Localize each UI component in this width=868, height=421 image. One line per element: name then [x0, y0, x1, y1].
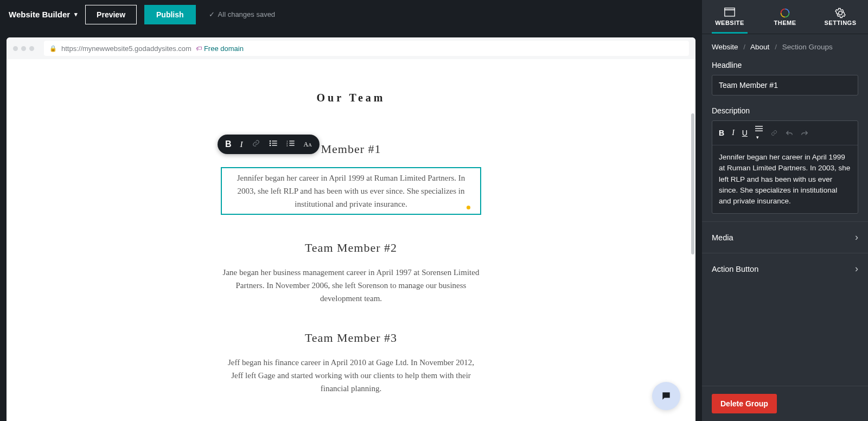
description-rte: B I U ▾ Jennifer began her career in Apr…: [712, 120, 858, 214]
rte-bold-button[interactable]: B: [719, 129, 724, 137]
svg-point-6: [269, 141, 271, 142]
tab-theme[interactable]: THEME: [757, 0, 813, 34]
section-heading[interactable]: Our Team: [28, 92, 674, 104]
svg-rect-19: [755, 128, 763, 129]
svg-text:3: 3: [286, 144, 288, 147]
url-field[interactable]: 🔒 https://mynewwebsite5.godaddysites.com…: [44, 41, 689, 56]
svg-rect-1: [725, 10, 735, 16]
lock-icon: 🔒: [49, 45, 57, 52]
member-title[interactable]: Team Member #3: [221, 331, 481, 345]
rte-link-button[interactable]: [770, 130, 778, 136]
crumb-website[interactable]: Website: [712, 43, 738, 51]
chevron-down-icon: ▾: [74, 11, 78, 18]
delete-group-button[interactable]: Delete Group: [712, 394, 777, 413]
preview-browser: 🔒 https://mynewwebsite5.godaddysites.com…: [7, 37, 695, 421]
side-tabs: WEBSITE THEME SETTINGS: [702, 0, 868, 34]
action-button-label: Action Button: [712, 265, 758, 273]
crumb-about[interactable]: About: [750, 43, 769, 51]
panel-footer: Delete Group: [702, 386, 868, 421]
dot-icon: [21, 46, 26, 51]
editor-main: 🔒 https://mynewwebsite5.godaddysites.com…: [0, 29, 702, 421]
breadcrumb-sep: /: [775, 43, 777, 51]
tab-settings[interactable]: SETTINGS: [813, 0, 868, 34]
scrollbar[interactable]: [691, 113, 694, 254]
website-tab-icon: [724, 8, 735, 16]
svg-point-8: [269, 143, 271, 144]
breadcrumb-sep: /: [743, 43, 745, 51]
chat-fab[interactable]: [652, 382, 680, 410]
description-textarea[interactable]: Jennifer began her career in April 1999 …: [712, 145, 858, 213]
breadcrumb: Website / About / Section Groups: [702, 34, 868, 58]
svg-rect-17: [289, 145, 294, 145]
svg-rect-20: [755, 131, 763, 131]
tab-website-label: WEBSITE: [715, 20, 744, 26]
rte-underline-button[interactable]: U: [742, 129, 748, 137]
bold-button[interactable]: B: [225, 139, 232, 149]
chevron-right-icon: ›: [855, 263, 858, 275]
dot-icon: [13, 46, 18, 51]
browser-chrome: 🔒 https://mynewwebsite5.godaddysites.com…: [7, 37, 695, 59]
description-section: Description B I U ▾ Jennifer began h: [702, 103, 868, 221]
rte-italic-button[interactable]: I: [732, 129, 735, 137]
save-status: All changes saved: [209, 10, 276, 18]
page-canvas[interactable]: Our Team B I 123 AA Member #1: [7, 59, 695, 421]
svg-rect-18: [755, 126, 763, 126]
member-description[interactable]: Jane began her business management caree…: [221, 266, 481, 305]
tab-settings-label: SETTINGS: [824, 20, 856, 26]
action-button-accordion[interactable]: Action Button ›: [702, 253, 868, 284]
url-text: https://mynewwebsite5.godaddysites.com: [61, 44, 192, 53]
svg-rect-7: [272, 141, 277, 141]
svg-rect-9: [272, 143, 277, 143]
preview-button[interactable]: Preview: [85, 5, 137, 24]
italic-button[interactable]: I: [240, 140, 243, 149]
rte-redo-button[interactable]: [801, 130, 808, 136]
tab-website[interactable]: WEBSITE: [702, 0, 757, 34]
member-title[interactable]: Team Member #2: [221, 241, 481, 255]
chat-icon: [660, 391, 672, 401]
team-member-1: B I 123 AA Member #1 Jennifer began her: [221, 142, 481, 215]
svg-rect-11: [272, 145, 277, 145]
save-status-text: All changes saved: [218, 10, 276, 18]
text-size-button[interactable]: AA: [304, 141, 312, 149]
gear-icon: [835, 8, 846, 16]
dot-icon: [29, 46, 34, 51]
media-label: Media: [712, 233, 733, 242]
headline-section: Headline: [702, 58, 868, 103]
link-button[interactable]: [252, 139, 260, 149]
inline-text-toolbar: B I 123 AA: [218, 135, 320, 154]
member-description-editing[interactable]: Jennifer began her career in April 1999 …: [221, 167, 481, 215]
svg-rect-15: [289, 143, 294, 143]
member-desc-text: Jennifer began her career in April 1999 …: [237, 174, 465, 208]
numbered-list-button[interactable]: 123: [286, 139, 295, 149]
svg-point-10: [269, 145, 271, 146]
publish-button[interactable]: Publish: [144, 5, 196, 24]
free-domain-link[interactable]: Free domain: [196, 44, 244, 53]
window-dots: [13, 46, 34, 51]
description-label: Description: [712, 106, 858, 115]
member-description[interactable]: Jeff began his finance career in April 2…: [221, 356, 481, 395]
bullet-list-button[interactable]: [269, 139, 278, 149]
properties-panel: Website / About / Section Groups Headlin…: [702, 34, 868, 421]
crumb-current: Section Groups: [782, 43, 833, 51]
svg-rect-13: [289, 141, 294, 141]
tab-theme-label: THEME: [774, 20, 796, 26]
brand-menu[interactable]: Website Builder ▾: [9, 10, 78, 19]
team-member-3: Team Member #3 Jeff began his finance ca…: [221, 331, 481, 395]
rte-align-button[interactable]: ▾: [755, 125, 763, 141]
team-member-2: Team Member #2 Jane began her business m…: [221, 241, 481, 305]
chevron-right-icon: ›: [855, 232, 858, 243]
headline-label: Headline: [712, 61, 858, 69]
headline-input[interactable]: [712, 75, 858, 95]
theme-tab-icon: [780, 8, 790, 16]
brand-label: Website Builder: [9, 10, 70, 19]
rte-toolbar: B I U ▾: [712, 121, 858, 145]
media-accordion[interactable]: Media ›: [702, 221, 868, 253]
rte-undo-button[interactable]: [786, 130, 793, 136]
